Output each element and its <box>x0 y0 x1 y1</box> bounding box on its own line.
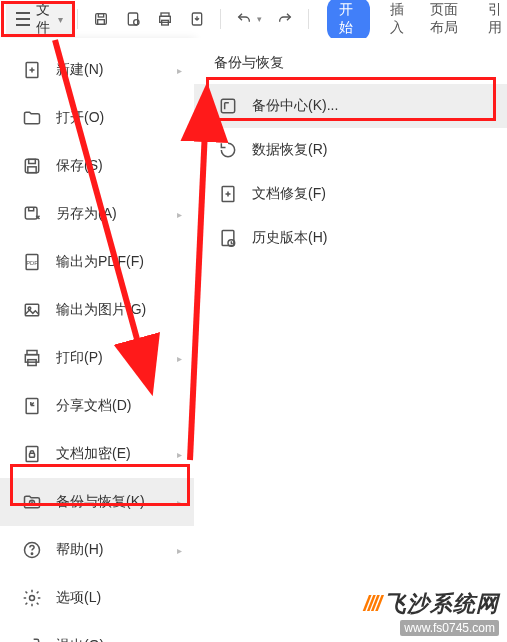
hamburger-icon <box>16 10 30 28</box>
redo-icon[interactable] <box>276 10 294 28</box>
menu-item-label: 新建(N) <box>56 61 103 79</box>
menu-item-share[interactable]: 分享文档(D) <box>0 382 194 430</box>
submenu-item-data-recovery[interactable]: 数据恢复(R) <box>194 128 507 172</box>
chevron-right-icon: ▸ <box>177 497 182 508</box>
svg-point-26 <box>30 596 35 601</box>
exit-icon <box>22 636 42 642</box>
svg-rect-12 <box>28 167 36 173</box>
export-icon[interactable] <box>188 10 206 28</box>
menu-item-label: 打印(P) <box>56 349 103 367</box>
top-toolbar: 文件 ▾ ▾ 开始 插入 页面布局 引用 <box>0 0 507 39</box>
repair-icon <box>218 184 238 204</box>
submenu-item-backup-center[interactable]: 备份中心(K)... <box>194 84 507 128</box>
undo-icon[interactable] <box>235 10 253 28</box>
backup-center-icon <box>218 96 238 116</box>
share-icon <box>22 396 42 416</box>
menu-item-label: 备份与恢复(K) <box>56 493 145 511</box>
divider <box>220 9 221 29</box>
menu-item-open[interactable]: 打开(O) <box>0 94 194 142</box>
tab-reference[interactable]: 引用 <box>488 1 507 37</box>
backup-icon <box>22 492 42 512</box>
submenu-title: 备份与恢复 <box>194 48 507 84</box>
new-icon <box>22 60 42 80</box>
menu-item-options[interactable]: 选项(L) <box>0 574 194 622</box>
svg-rect-22 <box>26 447 38 462</box>
menu-item-label: 帮助(H) <box>56 541 103 559</box>
svg-rect-16 <box>25 304 38 316</box>
menu-item-save-as[interactable]: 另存为(A) ▸ <box>0 190 194 238</box>
menu-item-exit[interactable]: 退出(Q) <box>0 622 194 642</box>
menu-item-backup-restore[interactable]: 备份与恢复(K) ▸ <box>0 478 194 526</box>
pdf-icon: PDF <box>22 252 42 272</box>
divider <box>308 9 309 29</box>
gear-icon <box>22 588 42 608</box>
menu-item-label: 分享文档(D) <box>56 397 131 415</box>
menu-item-label: 打开(O) <box>56 109 104 127</box>
file-menu-label: 文件 <box>36 1 52 37</box>
chevron-right-icon: ▸ <box>177 449 182 460</box>
submenu-item-history[interactable]: 历史版本(H) <box>194 216 507 260</box>
svg-rect-13 <box>25 207 37 219</box>
open-icon <box>22 108 42 128</box>
menu-item-label: 退出(Q) <box>56 637 104 642</box>
tab-page-layout[interactable]: 页面布局 <box>430 1 468 37</box>
save-icon[interactable] <box>92 10 110 28</box>
chevron-right-icon: ▸ <box>177 545 182 556</box>
chevron-right-icon: ▸ <box>177 353 182 364</box>
svg-text:PDF: PDF <box>26 260 38 266</box>
file-menu-left: 新建(N) ▸ 打开(O) 保存(S) 另存为(A) ▸ PDF <box>0 38 194 642</box>
print-preview-icon[interactable] <box>124 10 142 28</box>
menu-item-help[interactable]: 帮助(H) ▸ <box>0 526 194 574</box>
print-icon[interactable] <box>156 10 174 28</box>
divider <box>77 9 78 29</box>
lock-icon <box>22 444 42 464</box>
backup-restore-submenu: 备份与恢复 备份中心(K)... 数据恢复(R) 文档修复(F) 历史版本(H) <box>194 38 507 642</box>
menu-item-encrypt[interactable]: 文档加密(E) ▸ <box>0 430 194 478</box>
menu-item-label: 选项(L) <box>56 589 101 607</box>
menu-item-export-pdf[interactable]: PDF 输出为PDF(F) <box>0 238 194 286</box>
menu-item-label: 输出为图片(G) <box>56 301 146 319</box>
svg-point-25 <box>31 553 32 554</box>
history-icon <box>218 228 238 248</box>
submenu-item-doc-repair[interactable]: 文档修复(F) <box>194 172 507 216</box>
submenu-item-label: 历史版本(H) <box>252 229 327 247</box>
menu-item-new[interactable]: 新建(N) ▸ <box>0 46 194 94</box>
svg-rect-11 <box>29 159 36 163</box>
submenu-item-label: 备份中心(K)... <box>252 97 338 115</box>
recovery-icon <box>218 140 238 160</box>
menu-item-label: 另存为(A) <box>56 205 117 223</box>
help-icon <box>22 540 42 560</box>
ribbon-tabs: 开始 插入 页面布局 引用 <box>327 0 507 41</box>
submenu-item-label: 数据恢复(R) <box>252 141 327 159</box>
chevron-right-icon: ▸ <box>177 65 182 76</box>
menu-item-label: 文档加密(E) <box>56 445 131 463</box>
save-icon <box>22 156 42 176</box>
menu-item-label: 保存(S) <box>56 157 103 175</box>
svg-rect-1 <box>98 14 103 17</box>
print-icon <box>22 348 42 368</box>
menu-item-export-image[interactable]: 输出为图片(G) <box>0 286 194 334</box>
tab-insert[interactable]: 插入 <box>390 1 409 37</box>
tab-start[interactable]: 开始 <box>327 0 370 41</box>
svg-rect-2 <box>98 20 105 25</box>
chevron-right-icon: ▸ <box>177 209 182 220</box>
undo-dropdown-icon[interactable]: ▾ <box>257 14 262 24</box>
file-menu-dropdown: 新建(N) ▸ 打开(O) 保存(S) 另存为(A) ▸ PDF <box>0 38 507 642</box>
svg-rect-3 <box>128 13 137 25</box>
file-menu-button[interactable]: 文件 ▾ <box>6 4 73 34</box>
menu-item-save[interactable]: 保存(S) <box>0 142 194 190</box>
image-icon <box>22 300 42 320</box>
submenu-item-label: 文档修复(F) <box>252 185 326 203</box>
menu-item-label: 输出为PDF(F) <box>56 253 144 271</box>
quick-access-toolbar: ▾ <box>92 9 309 29</box>
menu-item-print[interactable]: 打印(P) ▸ <box>0 334 194 382</box>
save-as-icon <box>22 204 42 224</box>
svg-rect-27 <box>221 99 234 112</box>
chevron-down-icon: ▾ <box>58 14 63 25</box>
svg-rect-23 <box>30 453 35 457</box>
